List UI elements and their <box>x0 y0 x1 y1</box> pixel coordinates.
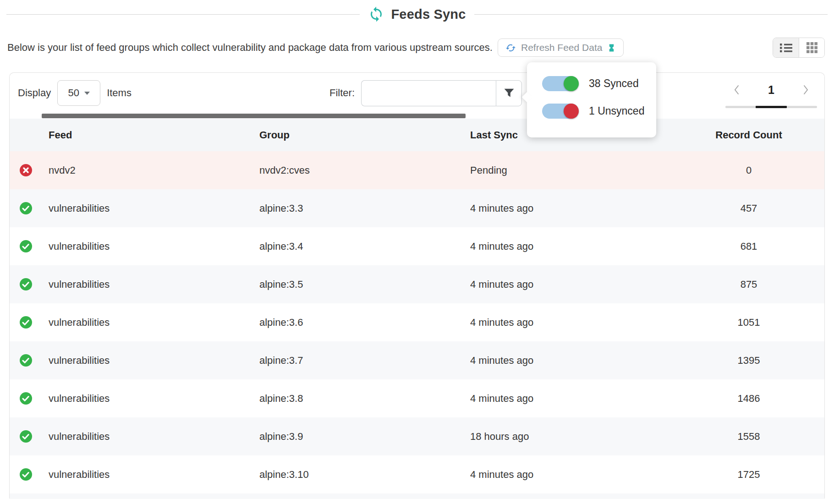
feed-cell: vulnerabilities <box>42 355 252 367</box>
record-count-cell: 457 <box>673 203 824 214</box>
table-row[interactable]: nvdv2nvdv2:cvesPending0 <box>10 151 824 189</box>
group-cell: alpine:3.10 <box>252 469 463 481</box>
record-count-cell: 0 <box>673 164 824 176</box>
check-circle-icon <box>20 278 32 290</box>
check-circle-icon <box>20 240 32 252</box>
group-cell: alpine:3.9 <box>252 431 463 443</box>
refresh-feed-data-button[interactable]: Refresh Feed Data <box>498 38 624 57</box>
last-sync-cell: 4 minutes ago <box>463 393 673 405</box>
table-row[interactable]: vulnerabilitiesalpine:3.54 minutes ago87… <box>10 265 824 303</box>
record-count-cell: 681 <box>673 241 824 252</box>
record-count-cell: 1558 <box>673 431 824 443</box>
feed-cell: nvdv2 <box>42 164 252 176</box>
table-header: Feed Group Last Sync Record Count <box>10 119 824 151</box>
last-sync-cell: 4 minutes ago <box>463 279 673 290</box>
synced-toggle[interactable] <box>542 76 579 91</box>
x-circle-icon <box>20 164 32 176</box>
check-circle-icon <box>20 354 32 367</box>
table-row[interactable]: vulnerabilitiesalpine:3.64 minutes ago10… <box>10 303 824 341</box>
group-cell: alpine:3.7 <box>252 355 463 367</box>
horizontal-scrollbar <box>10 113 824 119</box>
success-status-icon <box>10 278 42 290</box>
last-sync-cell: 4 minutes ago <box>463 355 673 367</box>
grid-view-button[interactable] <box>799 38 824 57</box>
column-header-group: Group <box>252 129 463 141</box>
list-icon <box>780 43 792 53</box>
unsynced-toggle-label: 1 Unsynced <box>589 105 644 117</box>
error-status-icon <box>10 164 42 176</box>
unsynced-toggle[interactable] <box>542 104 579 119</box>
grid-icon <box>807 42 818 53</box>
feed-cell: vulnerabilities <box>42 203 252 214</box>
view-mode-toggle <box>773 38 825 58</box>
toggle-knob <box>564 76 579 91</box>
success-status-icon <box>10 354 42 367</box>
table-row[interactable]: vulnerabilitiesalpine:3.34 minutes ago45… <box>10 189 824 227</box>
current-page-number[interactable]: 1 <box>768 83 774 97</box>
items-label: Items <box>107 87 132 99</box>
next-page-button[interactable] <box>803 85 809 95</box>
feeds-panel: Display 50 Items Filter: 1 <box>9 72 825 499</box>
group-cell: alpine:3.4 <box>252 241 463 252</box>
page-title: Feeds Sync <box>391 7 466 22</box>
last-sync-cell: 18 hours ago <box>463 431 673 443</box>
table-row[interactable]: vulnerabilitiesalpine:3.84 minutes ago14… <box>10 379 824 417</box>
filter-label: Filter: <box>329 87 355 99</box>
sync-icon <box>368 6 384 22</box>
success-status-icon <box>10 430 42 443</box>
prev-page-button[interactable] <box>734 85 739 95</box>
check-circle-icon <box>20 468 32 481</box>
success-status-icon <box>10 392 42 405</box>
check-circle-icon <box>20 392 32 405</box>
record-count-cell: 1051 <box>673 317 824 329</box>
chevron-left-icon <box>734 85 739 95</box>
group-cell: alpine:3.8 <box>252 393 463 405</box>
synced-toggle-label: 38 Synced <box>589 77 639 90</box>
table-row[interactable]: vulnerabilitiesalpine:3.74 minutes ago13… <box>10 341 824 379</box>
page-size-select[interactable]: 50 <box>57 80 100 106</box>
divider-line <box>6 14 360 15</box>
record-count-cell: 1725 <box>673 469 824 481</box>
table-row[interactable]: vulnerabilitiesalpine:3.918 hours ago155… <box>10 417 824 455</box>
success-status-icon <box>10 468 42 481</box>
toggle-knob <box>564 104 579 119</box>
synced-filter-row: 38 Synced <box>542 76 656 91</box>
pagination-track <box>725 106 817 108</box>
intro-text: Below is your list of feed groups which … <box>7 42 493 54</box>
last-sync-cell: 4 minutes ago <box>463 203 673 214</box>
scrollbar-thumb[interactable] <box>42 114 466 118</box>
column-header-record-count: Record Count <box>673 129 824 141</box>
hourglass-icon <box>607 43 616 53</box>
page-header: Feeds Sync <box>0 0 834 23</box>
filter-button[interactable] <box>496 80 522 106</box>
unsynced-filter-row: 1 Unsynced <box>542 104 656 119</box>
page-size-value: 50 <box>68 87 79 99</box>
column-header-feed: Feed <box>42 129 252 141</box>
pagination: 1 <box>725 80 817 108</box>
feed-cell: vulnerabilities <box>42 431 252 443</box>
filter-popover: 38 Synced 1 Unsynced <box>527 62 656 137</box>
refresh-icon <box>505 43 516 53</box>
group-cell: alpine:3.5 <box>252 279 463 290</box>
check-circle-icon <box>20 430 32 443</box>
table-row[interactable]: vulnerabilitiesalpine:3.104 minutes ago1… <box>10 455 824 493</box>
check-circle-icon <box>20 202 32 214</box>
table-body: nvdv2nvdv2:cvesPending0vulnerabilitiesal… <box>10 151 824 493</box>
group-cell: alpine:3.6 <box>252 317 463 329</box>
group-cell: nvdv2:cves <box>252 164 463 176</box>
last-sync-cell: 4 minutes ago <box>463 317 673 329</box>
table-row[interactable]: vulnerabilitiesalpine:3.44 minutes ago68… <box>10 227 824 265</box>
refresh-button-label: Refresh Feed Data <box>521 42 602 53</box>
table-toolbar: Display 50 Items Filter: 1 <box>10 73 824 113</box>
display-label: Display <box>18 87 51 99</box>
record-count-cell: 875 <box>673 279 824 290</box>
feed-cell: vulnerabilities <box>42 393 252 405</box>
list-view-button[interactable] <box>773 38 799 57</box>
group-cell: alpine:3.3 <box>252 203 463 214</box>
last-sync-cell: 4 minutes ago <box>463 241 673 252</box>
feed-cell: vulnerabilities <box>42 241 252 252</box>
filter-input[interactable] <box>361 80 496 106</box>
feed-cell: vulnerabilities <box>42 469 252 481</box>
record-count-cell: 1395 <box>673 355 824 367</box>
success-status-icon <box>10 240 42 252</box>
